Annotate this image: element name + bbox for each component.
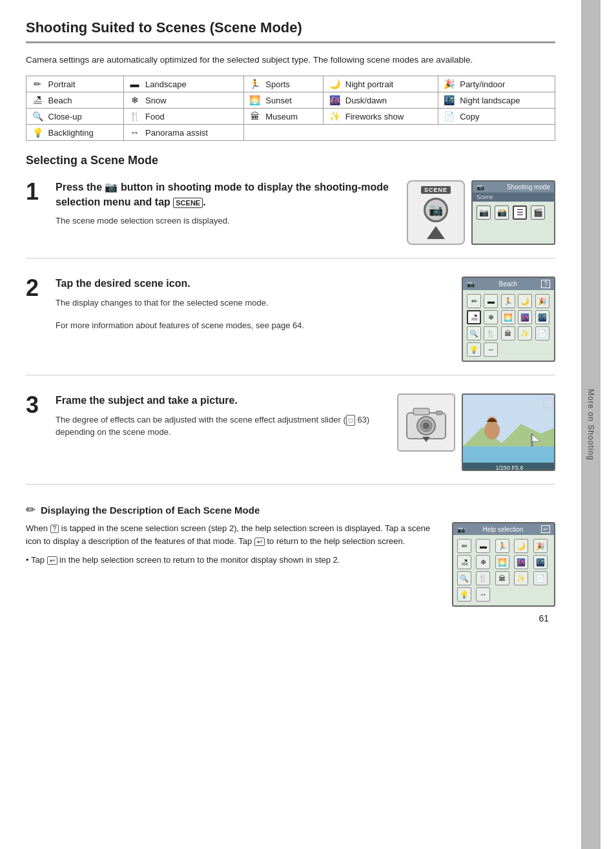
help-header: 📷 Help selection ↩ — [453, 523, 554, 535]
camera-side-illustration — [397, 393, 455, 452]
copy-icon: 📄 — [444, 111, 455, 121]
hi-sports: 🏃 — [495, 539, 509, 553]
hi-sunset: 🌅 — [495, 555, 509, 569]
snow-icon: ❄ — [129, 95, 141, 105]
bi-party: 🎉 — [535, 294, 549, 308]
beach-scene-screen: 📷 Beach ? ✏ ▬ 🏃 🌙 🎉 🏖 ❄ 🌅 🌆 — [462, 277, 555, 362]
hi-dusk: 🌆 — [514, 555, 528, 569]
dusk-icon: 🌆 — [329, 95, 340, 105]
step-1-title: Press the 📷 button in shooting mode to d… — [56, 180, 394, 209]
hi-landscape: ▬ — [476, 539, 490, 553]
scene-photo-svg: 🏖 1/250 F5.6 — [463, 395, 555, 471]
help-camera-icon: 📷 — [457, 526, 465, 533]
hi-closeup: 🔍 — [457, 571, 471, 585]
step-3-container: 3 Frame the subject and take a picture. … — [26, 393, 555, 485]
shooting-mode-header: 📷 Shooting mode — [473, 182, 554, 193]
bi-copy: 📄 — [535, 326, 549, 341]
svg-text:🏖: 🏖 — [545, 399, 551, 406]
portrait-icon: ✏ — [32, 79, 43, 89]
note-title: Displaying the Description of Each Scene… — [41, 505, 260, 516]
bi-dusk: 🌆 — [518, 310, 532, 324]
help-selection-title: Help selection — [483, 526, 524, 533]
step-1-desc: The scene mode selection screen is displ… — [56, 215, 394, 227]
museum-icon: 🏛 — [249, 111, 261, 121]
beach-header: 📷 Beach ? — [463, 278, 554, 290]
sidebar-tab: More on Shooting — [581, 0, 601, 849]
beach-title: Beach — [499, 280, 517, 288]
scene-table: ✏ Portrait ▬ Landscape 🏃 Sports 🌙 Night … — [26, 76, 555, 141]
bi-sports: 🏃 — [501, 294, 515, 308]
hi-fireworks: ✨ — [514, 571, 528, 585]
hi-nportrait: 🌙 — [514, 539, 528, 553]
beach-icon: 🏖 — [32, 95, 43, 105]
mode-icon-a: 📸 — [495, 205, 509, 220]
panorama-icon: ↔ — [129, 127, 141, 138]
scene-photo-illustration: 🏖 1/250 F5.6 — [462, 393, 555, 471]
mode-icons: 📷 📸 ☰ 🎬 — [473, 202, 554, 224]
scene-label: SCENE — [421, 186, 451, 194]
mode-icon-scene: ☰ — [513, 205, 527, 220]
step-2-images: 📷 Beach ? ✏ ▬ 🏃 🌙 🎉 🏖 ❄ 🌅 🌆 — [462, 277, 555, 362]
help-return-icon: ↩ — [541, 525, 550, 533]
shooting-mode-title: Shooting mode — [507, 183, 550, 191]
step-3-content: Frame the subject and take a picture. Th… — [56, 393, 384, 438]
party-icon: 🎉 — [444, 79, 455, 89]
hi-beach: 🏖 — [457, 555, 471, 569]
note-box: ✏ Displaying the Description of Each Sce… — [26, 503, 555, 607]
note-pencil-icon: ✏ — [26, 503, 36, 517]
shooting-mode-screen: 📷 Shooting mode Scene 📷 📸 ☰ 🎬 — [471, 180, 555, 245]
hi-nlandscape: 🌃 — [533, 555, 548, 569]
step-1-content: Press the 📷 button in shooting mode to d… — [56, 180, 394, 227]
step-2-desc2: For more information about features of s… — [56, 319, 449, 332]
camera-svg — [400, 397, 452, 448]
intro-text: Camera settings are automatically optimi… — [26, 54, 555, 67]
camera-icon-beach: 📷 — [467, 280, 475, 288]
question-button-ref: ? — [50, 525, 59, 533]
note-para-1: When ? is tapped in the scene selection … — [26, 522, 439, 548]
step-1-images: SCENE 📷 📷 Shooting mode Scene 📷 📸 — [407, 180, 555, 245]
sunset-icon: 🌅 — [249, 95, 261, 105]
bi-closeup: 🔍 — [467, 326, 481, 341]
page-title: Shooting Suited to Scenes (Scene Mode) — [26, 19, 555, 43]
help-icons-grid: ✏ ▬ 🏃 🌙 🎉 🏖 ❄ 🌅 🌆 🌃 🔍 🍴 🏛 ✨ — [453, 535, 554, 605]
svg-text:1/250  F5.6: 1/250 F5.6 — [495, 465, 523, 471]
hi-panorama: ↔ — [476, 587, 490, 602]
bi-fireworks: ✨ — [518, 326, 532, 341]
ref-box-1: □ — [346, 415, 355, 426]
landscape-icon: ▬ — [129, 79, 141, 89]
section-heading: Selecting a Scene Mode — [26, 154, 555, 167]
bi-sunset: 🌅 — [501, 310, 515, 324]
return-button-ref2: ↩ — [47, 556, 57, 565]
bi-portrait: ✏ — [467, 294, 481, 308]
note-para-2: • Tap ↩ in the help selection screen to … — [26, 554, 439, 567]
step-1-container: 1 Press the 📷 button in shooting mode to… — [26, 180, 555, 258]
step-3-title: Frame the subject and take a picture. — [56, 393, 384, 408]
hi-portrait: ✏ — [457, 539, 471, 553]
page-number: 61 — [26, 613, 555, 624]
bi-backlight: 💡 — [467, 342, 481, 357]
scene-subheader: Scene — [473, 193, 554, 202]
step-2-content: Tap the desired scene icon. The display … — [56, 277, 449, 331]
beach-icons-grid: ✏ ▬ 🏃 🌙 🎉 🏖 ❄ 🌅 🌆 🌃 🔍 🍴 🏛 ✨ — [463, 290, 554, 361]
arrow-up-icon — [427, 226, 445, 239]
step-2-desc1: The display changes to that for the sele… — [56, 297, 449, 309]
bi-museum: 🏛 — [501, 326, 515, 341]
step-2-title: Tap the desired scene icon. — [56, 277, 449, 291]
bi-food: 🍴 — [484, 326, 498, 341]
hi-museum: 🏛 — [495, 571, 509, 585]
sidebar-label: More on Shooting — [586, 389, 595, 461]
bi-beach: 🏖 — [467, 310, 481, 324]
svg-rect-5 — [436, 411, 442, 415]
scene-button-illustration: SCENE 📷 — [407, 180, 465, 245]
bi-panorama: ↔ — [484, 342, 498, 357]
hi-snow: ❄ — [476, 555, 490, 569]
step-3-number: 3 — [26, 393, 45, 417]
help-selection-screen: 📷 Help selection ↩ ✏ ▬ 🏃 🌙 🎉 🏖 ❄ 🌅 🌆 — [452, 522, 555, 607]
hi-party: 🎉 — [533, 539, 548, 553]
step-3-desc: The degree of effects can be adjusted wi… — [56, 414, 384, 439]
closeup-icon: 🔍 — [32, 111, 43, 121]
hi-copy: 📄 — [533, 571, 548, 585]
bi-nlandscape: 🌃 — [535, 310, 549, 324]
step-3-images: 🏖 1/250 F5.6 — [397, 393, 555, 471]
step-1-number: 1 — [26, 180, 45, 204]
